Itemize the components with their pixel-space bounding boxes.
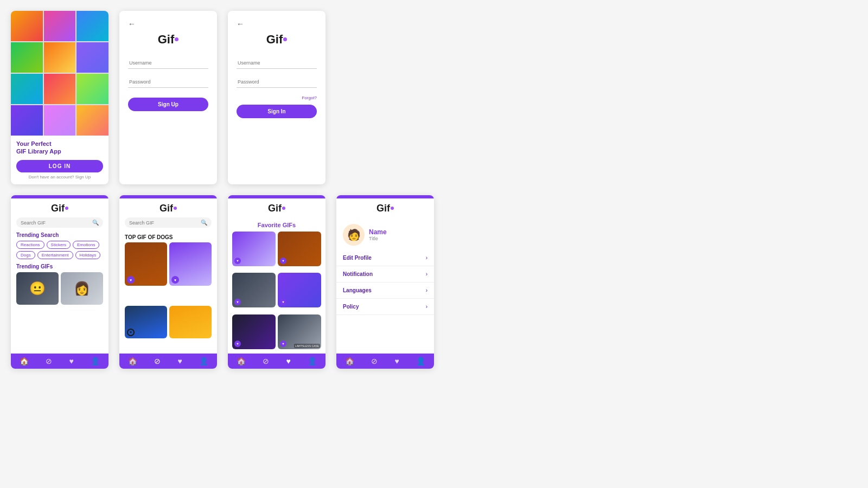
splash-cell: [76, 42, 108, 73]
logo-g: G: [159, 203, 167, 214]
splash-cell: [11, 105, 43, 136]
trending-gifs-grid: 😐 👩: [11, 272, 108, 354]
tag-entertainment[interactable]: Entertainment: [37, 251, 73, 259]
screen-dogs: G if 🔍 TOP GIF OF DOGS ♥ ♥ ♥: [119, 195, 217, 369]
username-input[interactable]: [237, 57, 317, 69]
fav-heart[interactable]: ♥: [280, 341, 286, 347]
logo-g: G: [268, 203, 276, 214]
logo-if: if: [59, 203, 65, 214]
menu-notification[interactable]: Notification ›: [336, 266, 434, 282]
login-button[interactable]: LOG IN: [16, 160, 103, 172]
logo: G if: [266, 33, 288, 47]
nav-favorites-icon[interactable]: ♥: [395, 357, 399, 365]
nav-profile-icon[interactable]: 👤: [199, 357, 208, 365]
nav-explore-icon[interactable]: ⊘: [371, 357, 378, 365]
password-input[interactable]: [237, 76, 317, 88]
favorites-grid: ♥ ♥ ♥ ♥ ♥ ♥ LIMITSLESS CASE: [228, 232, 326, 354]
chevron-icon: ›: [426, 255, 427, 261]
dog-gif-2[interactable]: ♥: [169, 242, 212, 286]
username-input[interactable]: [128, 57, 208, 69]
fav-heart[interactable]: ♥: [234, 299, 241, 305]
splash-cell: [44, 42, 76, 73]
screen-home: G if 🔍 Trending Search Reactions Sticker…: [11, 195, 108, 369]
avatar: 🧑: [343, 224, 365, 246]
search-bar[interactable]: 🔍: [16, 217, 103, 228]
heart-badge[interactable]: ♥: [171, 276, 179, 284]
menu-label-edit: Edit Profile: [343, 255, 372, 261]
search-bar[interactable]: 🔍: [125, 217, 212, 228]
menu-languages[interactable]: Languages ›: [336, 282, 434, 299]
nav-explore-icon[interactable]: ⊘: [154, 357, 161, 365]
nav-explore-icon[interactable]: ⊘: [263, 357, 269, 365]
nav-profile-icon[interactable]: 👤: [91, 357, 100, 365]
logo-g: G: [51, 203, 59, 214]
nav-profile-icon[interactable]: 👤: [416, 357, 425, 365]
logo-dot: [282, 207, 285, 210]
gif-thumb[interactable]: 😐: [16, 272, 59, 305]
bottom-nav: 🏠 ⊘ ♥ 👤: [336, 354, 434, 369]
tag-reactions[interactable]: Reactions: [16, 241, 44, 249]
splash-cell: [44, 105, 76, 136]
logo-dot: [391, 207, 394, 210]
dogs-grid: ♥ ♥ ♥: [119, 242, 217, 354]
heart-badge-outline[interactable]: ♥: [127, 329, 135, 336]
nav-favorites-icon[interactable]: ♥: [178, 357, 182, 365]
nav-explore-icon[interactable]: ⊘: [46, 357, 52, 365]
menu-edit-profile[interactable]: Edit Profile ›: [336, 250, 434, 266]
signup-button[interactable]: Sign Up: [128, 98, 208, 111]
gif-thumb[interactable]: 👩: [61, 272, 103, 305]
tag-dogs[interactable]: Dogs: [16, 251, 35, 259]
logo-dot: [175, 37, 178, 41]
splash-cell: [11, 74, 43, 104]
fav-heart[interactable]: ♥: [280, 258, 286, 264]
tag-stickers[interactable]: Stickers: [47, 241, 71, 249]
row-2: G if 🔍 Trending Search Reactions Sticker…: [11, 195, 857, 369]
back-arrow[interactable]: ←: [128, 20, 136, 28]
row-1: Your Perfect GIF Library App LOG IN Don'…: [11, 11, 857, 184]
nav-profile-icon[interactable]: 👤: [308, 357, 317, 365]
menu-policy[interactable]: Policy ›: [336, 299, 434, 315]
logo: G if: [158, 33, 179, 47]
nav-favorites-icon[interactable]: ♥: [286, 357, 291, 365]
app-logo-bar: G if: [119, 198, 217, 217]
profile-info: Name Title: [369, 228, 387, 241]
logo-if: if: [167, 203, 173, 214]
signin-button[interactable]: Sign In: [237, 105, 317, 118]
dog-gif-1[interactable]: ♥: [125, 242, 167, 286]
fav-heart[interactable]: ♥: [234, 341, 241, 347]
screen-splash: Your Perfect GIF Library App LOG IN Don'…: [11, 11, 108, 184]
signup-link[interactable]: Don't have an account? Sign Up: [16, 175, 103, 179]
heart-badge[interactable]: ♥: [127, 276, 135, 284]
fav-heart[interactable]: ♥: [234, 258, 241, 264]
dog-gif-3[interactable]: ♥: [125, 306, 167, 338]
fav-gif-1[interactable]: ♥: [232, 232, 276, 266]
fav-gif-3[interactable]: ♥: [232, 273, 276, 307]
screen-signup: ← G if Sign Up: [119, 11, 217, 184]
splash-cell: [76, 74, 108, 104]
nav-favorites-icon[interactable]: ♥: [69, 357, 74, 365]
logo-if: if: [276, 203, 282, 214]
splash-cell: [44, 11, 76, 41]
splash-bottom: Your Perfect GIF Library App LOG IN Don'…: [11, 136, 108, 183]
nav-home-icon[interactable]: 🏠: [345, 357, 354, 365]
back-arrow[interactable]: ←: [237, 20, 244, 28]
nav-home-icon[interactable]: 🏠: [128, 357, 137, 365]
dogs-section-title: TOP GIF OF DOGS: [119, 232, 217, 242]
forgot-link[interactable]: Forgot?: [302, 95, 317, 100]
tag-emotions[interactable]: Emotions: [73, 241, 99, 249]
nav-home-icon[interactable]: 🏠: [237, 357, 246, 365]
password-input[interactable]: [128, 76, 208, 88]
fav-gif-2[interactable]: ♥: [278, 232, 321, 266]
fav-heart[interactable]: ♥: [280, 299, 286, 305]
dog-gif-4[interactable]: [169, 306, 212, 338]
splash-cell: [44, 74, 76, 104]
fav-gif-5[interactable]: ♥: [232, 314, 276, 349]
search-input[interactable]: [129, 220, 199, 226]
logo-dot: [65, 207, 68, 210]
nav-home-icon[interactable]: 🏠: [20, 357, 29, 365]
tag-holidays[interactable]: Holidays: [75, 251, 101, 259]
fav-gif-4[interactable]: ♥: [278, 273, 321, 307]
search-input[interactable]: [21, 220, 90, 226]
fav-gif-6[interactable]: ♥ LIMITSLESS CASE: [278, 314, 321, 349]
fav-label: LIMITSLESS CASE: [294, 344, 320, 348]
